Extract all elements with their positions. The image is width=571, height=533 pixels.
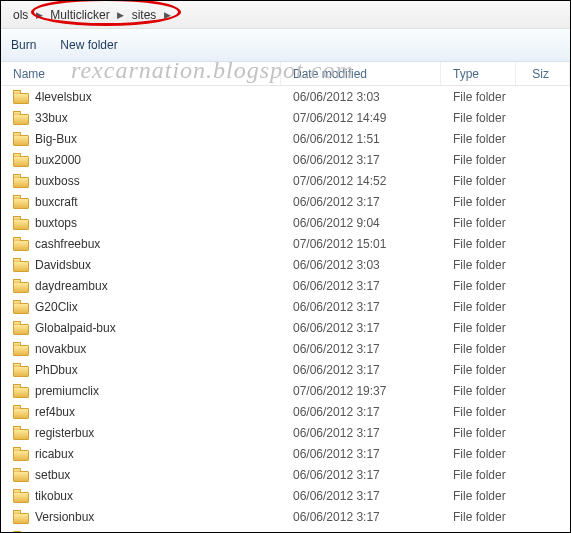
file-name: zeusbux [35, 531, 80, 533]
file-type: File folder [441, 468, 516, 482]
table-row[interactable]: buxcraft06/06/2012 3:17File folder [1, 191, 570, 212]
table-row[interactable]: zeusbux07/06/2012 14:11File folder [1, 527, 570, 532]
file-list[interactable]: 4levelsbux06/06/2012 3:03File folder33bu… [1, 86, 570, 532]
folder-icon [13, 216, 29, 230]
breadcrumb[interactable]: ols ▶ Multiclicker ▶ sites ▶ [1, 4, 172, 26]
toolbar: Burn New folder [1, 29, 570, 62]
file-name: daydreambux [35, 279, 108, 293]
folder-icon [13, 237, 29, 251]
column-headers: Name Date modified Type Siz [1, 62, 570, 86]
chevron-right-icon[interactable]: ▶ [162, 10, 172, 20]
burn-button[interactable]: Burn [11, 38, 36, 52]
table-row[interactable]: G20Clix06/06/2012 3:17File folder [1, 296, 570, 317]
file-date: 06/06/2012 1:51 [281, 132, 441, 146]
crumb-sites[interactable]: sites [126, 4, 163, 26]
table-row[interactable]: Globalpaid-bux06/06/2012 3:17File folder [1, 317, 570, 338]
file-name: Globalpaid-bux [35, 321, 116, 335]
file-date: 07/06/2012 14:11 [281, 531, 441, 533]
table-row[interactable]: PhDbux06/06/2012 3:17File folder [1, 359, 570, 380]
file-date: 07/06/2012 14:52 [281, 174, 441, 188]
folder-icon [13, 363, 29, 377]
table-row[interactable]: Versionbux06/06/2012 3:17File folder [1, 506, 570, 527]
chevron-right-icon[interactable]: ▶ [116, 10, 126, 20]
file-type: File folder [441, 426, 516, 440]
table-row[interactable]: premiumclix07/06/2012 19:37File folder [1, 380, 570, 401]
file-type: File folder [441, 447, 516, 461]
file-date: 06/06/2012 3:17 [281, 489, 441, 503]
breadcrumb-bar: ols ▶ Multiclicker ▶ sites ▶ [1, 1, 570, 29]
file-name: bux2000 [35, 153, 81, 167]
file-type: File folder [441, 384, 516, 398]
table-row[interactable]: 4levelsbux06/06/2012 3:03File folder [1, 86, 570, 107]
file-type: File folder [441, 258, 516, 272]
table-row[interactable]: tikobux06/06/2012 3:17File folder [1, 485, 570, 506]
table-row[interactable]: buxtops06/06/2012 9:04File folder [1, 212, 570, 233]
file-date: 07/06/2012 15:01 [281, 237, 441, 251]
folder-icon [13, 384, 29, 398]
folder-icon [13, 195, 29, 209]
file-name: buxcraft [35, 195, 78, 209]
file-name: tikobux [35, 489, 73, 503]
file-type: File folder [441, 216, 516, 230]
file-name: PhDbux [35, 363, 78, 377]
crumb-partial[interactable]: ols [7, 4, 34, 26]
file-type: File folder [441, 153, 516, 167]
file-name: Davidsbux [35, 258, 91, 272]
table-row[interactable]: setbux06/06/2012 3:17File folder [1, 464, 570, 485]
file-type: File folder [441, 174, 516, 188]
file-type: File folder [441, 132, 516, 146]
file-name: setbux [35, 468, 70, 482]
file-date: 06/06/2012 3:17 [281, 321, 441, 335]
file-type: File folder [441, 300, 516, 314]
table-row[interactable]: novakbux06/06/2012 3:17File folder [1, 338, 570, 359]
file-date: 06/06/2012 3:17 [281, 405, 441, 419]
file-date: 06/06/2012 3:17 [281, 195, 441, 209]
table-row[interactable]: Big-Bux06/06/2012 1:51File folder [1, 128, 570, 149]
table-row[interactable]: Davidsbux06/06/2012 3:03File folder [1, 254, 570, 275]
file-name: G20Clix [35, 300, 78, 314]
file-type: File folder [441, 489, 516, 503]
file-date: 06/06/2012 3:17 [281, 447, 441, 461]
file-type: File folder [441, 237, 516, 251]
file-type: File folder [441, 279, 516, 293]
file-date: 06/06/2012 3:17 [281, 153, 441, 167]
file-name: ref4bux [35, 405, 75, 419]
table-row[interactable]: bux200006/06/2012 3:17File folder [1, 149, 570, 170]
table-row[interactable]: registerbux06/06/2012 3:17File folder [1, 422, 570, 443]
chevron-right-icon[interactable]: ▶ [34, 10, 44, 20]
folder-icon [13, 111, 29, 125]
file-name: cashfreebux [35, 237, 100, 251]
column-type[interactable]: Type [441, 62, 516, 85]
table-row[interactable]: ricabux06/06/2012 3:17File folder [1, 443, 570, 464]
crumb-multiclicker[interactable]: Multiclicker [44, 4, 115, 26]
folder-icon [13, 489, 29, 503]
folder-icon [13, 174, 29, 188]
folder-icon [13, 405, 29, 419]
folder-icon [13, 279, 29, 293]
file-name: Big-Bux [35, 132, 77, 146]
folder-icon [13, 426, 29, 440]
column-name[interactable]: Name [1, 62, 281, 85]
new-folder-button[interactable]: New folder [60, 38, 117, 52]
folder-icon [13, 342, 29, 356]
file-type: File folder [441, 195, 516, 209]
file-name: ricabux [35, 447, 74, 461]
file-date: 06/06/2012 9:04 [281, 216, 441, 230]
folder-icon [13, 321, 29, 335]
table-row[interactable]: 33bux07/06/2012 14:49File folder [1, 107, 570, 128]
file-name: buxboss [35, 174, 80, 188]
file-date: 06/06/2012 3:03 [281, 258, 441, 272]
file-type: File folder [441, 321, 516, 335]
column-size[interactable]: Siz [516, 62, 570, 85]
column-date[interactable]: Date modified [281, 62, 441, 85]
file-name: 33bux [35, 111, 68, 125]
file-type: File folder [441, 531, 516, 533]
table-row[interactable]: buxboss07/06/2012 14:52File folder [1, 170, 570, 191]
table-row[interactable]: daydreambux06/06/2012 3:17File folder [1, 275, 570, 296]
file-date: 06/06/2012 3:17 [281, 279, 441, 293]
folder-icon [13, 531, 29, 533]
table-row[interactable]: cashfreebux07/06/2012 15:01File folder [1, 233, 570, 254]
file-type: File folder [441, 111, 516, 125]
table-row[interactable]: ref4bux06/06/2012 3:17File folder [1, 401, 570, 422]
file-name: novakbux [35, 342, 86, 356]
